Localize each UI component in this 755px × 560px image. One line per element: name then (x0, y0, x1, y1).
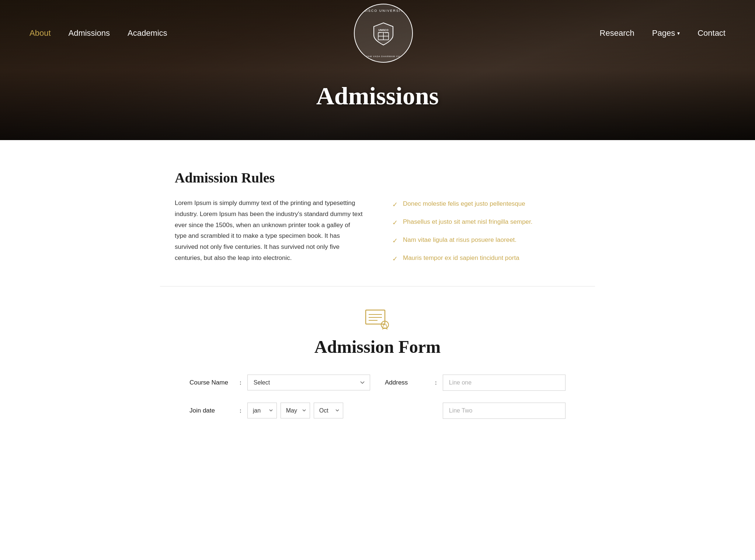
rule-text-3: Nam vitae ligula at risus posuere laoree… (403, 235, 516, 245)
join-date-month-select[interactable]: jan feb mar apr may jun jul aug sep oct … (247, 403, 277, 418)
address-line2-input[interactable] (443, 403, 566, 419)
check-icon-4: ✓ (392, 254, 398, 264)
nav-admissions[interactable]: Admissions (69, 28, 110, 38)
svg-text:UNISCO: UNISCO (378, 29, 389, 31)
join-date-colon: : (240, 403, 241, 414)
admission-rules-section: Admission Rules Lorem Ipsum is simply du… (160, 140, 595, 286)
rules-body-text: Lorem Ipsum is simply dummy text of the … (175, 198, 363, 264)
hero-title: Admissions (316, 81, 439, 111)
rules-layout: Lorem Ipsum is simply dummy text of the … (175, 198, 580, 264)
form-row-2: Join date : jan feb mar apr may jun jul … (189, 403, 566, 419)
logo-shield-icon: UNISCO (373, 22, 394, 46)
address-label: Address (385, 375, 429, 386)
course-name-colon: : (240, 375, 241, 386)
join-date-day-select[interactable]: May Jan Feb Mar Apr Jun Jul Aug Sep Oct … (281, 403, 310, 418)
nav-about[interactable]: About (29, 28, 51, 38)
logo[interactable]: UNISCO UNIVERSITY UNISCO SATYAM VADA DHA… (354, 4, 413, 63)
join-date-year-select[interactable]: Oct 2023 2024 2025 2026 (314, 403, 343, 418)
rule-text-1: Donec molestie felis eget justo pellente… (403, 199, 525, 209)
course-name-select[interactable]: Select Computer Science Business Adminis… (247, 375, 370, 390)
address-line1-input[interactable] (443, 375, 566, 391)
form-title: Admission Form (314, 337, 441, 357)
list-item: ✓ Mauris tempor ex id sapien tincidunt p… (392, 253, 580, 264)
nav-left: About Admissions Academics (29, 28, 167, 38)
logo-university-name: UNISCO UNIVERSITY (355, 9, 412, 13)
main-navbar: About Admissions Academics UNISCO UNIVER… (0, 0, 755, 66)
admission-form-section: Admission Form Course Name : Select Comp… (175, 286, 580, 460)
form-header: Admission Form (189, 309, 566, 357)
form-row-1: Course Name : Select Computer Science Bu… (189, 375, 566, 391)
join-date-field: Join date : jan feb mar apr may jun jul … (189, 403, 370, 419)
join-date-label: Join date (189, 403, 234, 414)
address-line2-field: Address : (385, 403, 566, 419)
address-colon: : (435, 375, 437, 386)
address-line2-controls (443, 403, 566, 419)
nav-pages[interactable]: Pages ▾ (652, 28, 680, 38)
address-field: Address : (385, 375, 566, 391)
rule-text-2: Phasellus et justo sit amet nisl fringil… (403, 217, 533, 227)
form-certificate-icon (364, 309, 391, 331)
hero-section: About Admissions Academics UNISCO UNIVER… (0, 0, 755, 140)
course-name-label: Course Name (189, 375, 234, 386)
check-icon-1: ✓ (392, 200, 398, 210)
pages-chevron-icon: ▾ (677, 30, 680, 36)
logo-motto: SATYAM VADA DHARMAM CHARA (361, 55, 406, 58)
list-item: ✓ Phasellus et justo sit amet nisl fring… (392, 217, 580, 228)
address-controls (443, 375, 566, 391)
course-name-controls: Select Computer Science Business Adminis… (247, 375, 370, 390)
admission-rules-title: Admission Rules (175, 170, 580, 186)
nav-research[interactable]: Research (600, 28, 634, 38)
rules-checklist: ✓ Donec molestie felis eget justo pellen… (392, 198, 580, 264)
nav-contact[interactable]: Contact (697, 28, 726, 38)
check-icon-2: ✓ (392, 218, 398, 228)
join-date-controls: jan feb mar apr may jun jul aug sep oct … (247, 403, 370, 418)
course-name-field: Course Name : Select Computer Science Bu… (189, 375, 370, 391)
list-item: ✓ Donec molestie felis eget justo pellen… (392, 199, 580, 210)
hero-title-wrap: Admissions (0, 81, 755, 111)
rule-text-4: Mauris tempor ex id sapien tincidunt por… (403, 253, 519, 263)
list-item: ✓ Nam vitae ligula at risus posuere laor… (392, 235, 580, 246)
nav-right: Research Pages ▾ Contact (600, 28, 726, 38)
check-icon-3: ✓ (392, 236, 398, 246)
nav-academics[interactable]: Academics (128, 28, 167, 38)
nav-pages-label: Pages (652, 28, 675, 38)
